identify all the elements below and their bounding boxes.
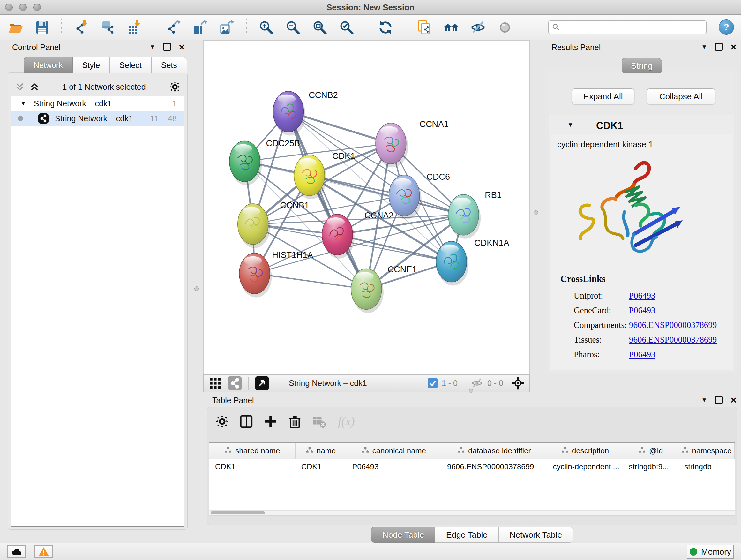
collection-count: 1	[172, 99, 177, 108]
table-cell[interactable]: CDK1	[209, 459, 295, 474]
horizontal-splitter-handle[interactable]	[469, 388, 473, 393]
zoom-selected-icon[interactable]	[339, 20, 354, 35]
tab-network[interactable]: Network	[23, 57, 73, 73]
split-columns-icon[interactable]	[239, 414, 254, 429]
first-neighbors-icon[interactable]	[444, 20, 459, 35]
table-settings-icon[interactable]	[215, 414, 229, 429]
table-row[interactable]: CDK1CDK1P064939606.ENSP00000378699cyclin…	[209, 459, 735, 474]
network-collection-row[interactable]: ▼ String Network – cdk1 1	[11, 96, 184, 111]
network-node-CCNE1[interactable]	[351, 269, 384, 313]
column-header-namespace[interactable]: namespace	[678, 442, 735, 459]
warning-button[interactable]	[35, 545, 53, 558]
right-splitter-handle[interactable]	[534, 210, 538, 215]
column-header-database-identifier[interactable]: database identifier	[441, 442, 547, 459]
table-cell[interactable]: CDK1	[295, 459, 347, 474]
network-icon	[38, 113, 49, 124]
crosslink-link[interactable]: 9606.ENSP00000378699	[629, 320, 717, 330]
tab-network-table[interactable]: Network Table	[499, 527, 573, 543]
crosslink-row: Compartments:9606.ENSP00000378699	[551, 318, 732, 332]
tab-sets[interactable]: Sets	[151, 57, 187, 73]
table-cell[interactable]: stringdb	[678, 459, 735, 474]
expand-all-button[interactable]: Expand All	[572, 88, 634, 105]
network-node-CDKN1A[interactable]	[436, 241, 469, 286]
crosslink-link[interactable]: P06493	[629, 306, 656, 315]
import-network-icon[interactable]	[73, 20, 89, 35]
fit-crosshair-icon[interactable]	[511, 376, 525, 390]
open-session-icon[interactable]	[8, 20, 23, 35]
crosslink-label: Tissues:	[574, 335, 602, 345]
network-graph[interactable]: CCNB2CCNA1CDC25BCDK1CDC6RB1CCNB1CCNA2CDK…	[204, 41, 529, 374]
network-node-CDC6[interactable]	[389, 175, 421, 219]
float-panel-icon[interactable]	[715, 43, 723, 51]
network-row-selected[interactable]: String Network – cdk1 11 48	[11, 111, 184, 126]
import-database-icon[interactable]	[100, 20, 116, 35]
import-table-icon[interactable]	[127, 20, 142, 35]
grid-view-icon[interactable]	[208, 376, 222, 390]
birds-eye-view-icon[interactable]	[255, 376, 269, 390]
tab-edge-table[interactable]: Edge Table	[435, 527, 499, 543]
search-input[interactable]	[560, 21, 706, 33]
selected-checkbox-icon[interactable]	[428, 378, 438, 388]
control-panel-tabs: NetworkStyleSelectSets	[23, 57, 187, 73]
table-cell[interactable]: P06493	[346, 459, 441, 474]
gene-caret-icon[interactable]: ▼	[567, 121, 574, 128]
column-header-shared-name[interactable]: shared name	[209, 442, 295, 459]
left-splitter-handle[interactable]	[194, 287, 199, 291]
export-network-icon[interactable]	[166, 20, 181, 35]
float-panel-icon[interactable]	[715, 396, 723, 404]
column-header-canonical-name[interactable]: canonical name	[346, 442, 441, 459]
refresh-layout-icon[interactable]	[378, 20, 393, 35]
tab-select[interactable]: Select	[110, 57, 151, 73]
show-items-icon[interactable]	[497, 20, 513, 35]
column-label: description	[572, 446, 609, 455]
gear-icon[interactable]	[169, 81, 181, 93]
add-column-icon[interactable]	[263, 414, 278, 429]
network-node-CCNB1[interactable]	[238, 204, 270, 248]
table-cell[interactable]: stringdb:9...	[623, 459, 678, 474]
export-image-icon[interactable]	[219, 20, 235, 35]
tab-style[interactable]: Style	[73, 57, 110, 73]
memory-button[interactable]: Memory	[687, 545, 734, 559]
network-node-CCNA2[interactable]	[322, 214, 354, 259]
network-node-RB1[interactable]	[448, 194, 481, 239]
crosslink-link[interactable]: P06493	[629, 291, 656, 301]
search-field[interactable]	[548, 20, 706, 34]
column-header-description[interactable]: description	[547, 442, 623, 459]
zoom-fit-icon[interactable]	[312, 20, 327, 35]
panel-menu-icon[interactable]: ▼	[150, 44, 156, 51]
hide-items-icon[interactable]	[470, 20, 486, 35]
column-header-name[interactable]: name	[295, 442, 347, 459]
close-panel-icon[interactable]: ×	[731, 44, 737, 51]
column-header--id[interactable]: @id	[623, 442, 678, 459]
tab-string[interactable]: String	[622, 58, 662, 73]
table-cell[interactable]: cyclin-dependent ...	[547, 459, 623, 474]
tab-node-table[interactable]: Node Table	[371, 527, 435, 543]
save-session-icon[interactable]	[35, 20, 50, 35]
cloud-button[interactable]	[7, 545, 25, 558]
network-node-HIST1H1A[interactable]	[239, 253, 272, 298]
panel-menu-icon[interactable]: ▼	[701, 44, 708, 51]
scrollbar-thumb[interactable]	[211, 511, 265, 514]
zoom-in-icon[interactable]	[259, 20, 274, 35]
collection-label: String Network – cdk1	[34, 99, 112, 108]
clone-network-icon[interactable]	[417, 20, 432, 35]
crosslink-link[interactable]: 9606.ENSP00000378699	[629, 335, 717, 345]
expand-all-icon[interactable]	[30, 82, 39, 91]
help-button[interactable]: ?	[719, 19, 734, 35]
zoom-out-icon[interactable]	[285, 20, 300, 35]
export-table-icon[interactable]	[193, 20, 208, 35]
network-share-icon[interactable]	[228, 376, 242, 390]
collection-caret-icon[interactable]: ▼	[20, 100, 26, 107]
close-panel-icon[interactable]: ×	[179, 44, 185, 51]
panel-menu-icon[interactable]: ▼	[701, 396, 708, 403]
network-canvas[interactable]: CCNB2CCNA1CDC25BCDK1CDC6RB1CCNB1CCNA2CDK…	[203, 40, 530, 374]
float-panel-icon[interactable]	[163, 43, 171, 51]
delete-column-icon[interactable]	[287, 414, 302, 429]
crosslink-link[interactable]: P06493	[629, 350, 656, 360]
collapse-all-button[interactable]: Collapse All	[647, 88, 715, 105]
close-panel-icon[interactable]: ×	[731, 396, 737, 403]
network-node-CCNB2[interactable]	[273, 91, 306, 136]
table-cell[interactable]: 9606.ENSP00000378699	[441, 459, 547, 474]
horizontal-scrollbar[interactable]	[209, 510, 735, 516]
collapse-all-icon[interactable]	[15, 82, 24, 91]
